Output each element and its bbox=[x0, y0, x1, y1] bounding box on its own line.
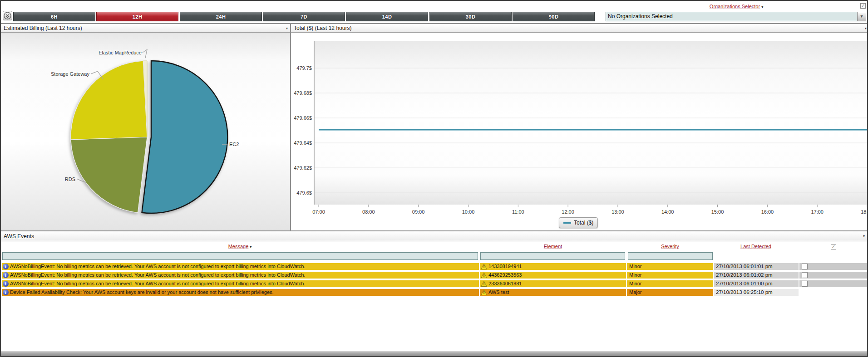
event-message: AWSNoBillingEvent: No billing metrics ca… bbox=[10, 264, 306, 269]
info-icon bbox=[3, 289, 9, 295]
select-all-checkbox-icon[interactable] bbox=[831, 244, 836, 249]
svg-text:18:00: 18:00 bbox=[861, 209, 868, 215]
billing-panel-header: Estimated Billing (Last 12 hours) ▾ bbox=[1, 24, 290, 33]
total-panel-header: Total ($) (Last 12 hours) ▾ bbox=[291, 24, 868, 33]
svg-text:10:00: 10:00 bbox=[462, 209, 475, 215]
caret-down-icon: ▾ bbox=[761, 5, 763, 9]
svg-text:11:00: 11:00 bbox=[512, 209, 524, 215]
event-message: AWSNoBillingEvent: No billing metrics ca… bbox=[10, 281, 306, 286]
event-select-checkbox[interactable] bbox=[802, 264, 808, 269]
sort-caret-icon: ▾ bbox=[250, 245, 252, 249]
events-panel-title: AWS Events bbox=[4, 233, 34, 240]
organizations-dropdown[interactable]: No Organizations Selected ▼ bbox=[606, 12, 866, 21]
time-range-7d[interactable]: 7D bbox=[263, 12, 345, 21]
time-range-90d[interactable]: 90D bbox=[513, 12, 595, 21]
column-header-severity: Severity bbox=[627, 244, 713, 250]
svg-text:479.7$: 479.7$ bbox=[296, 65, 312, 71]
billing-panel-menu-icon[interactable]: ▾ bbox=[286, 24, 288, 33]
svg-text:13:00: 13:00 bbox=[612, 209, 624, 215]
severity-filter-input[interactable] bbox=[628, 252, 713, 260]
svg-text:15:00: 15:00 bbox=[711, 209, 724, 215]
event-select-checkbox[interactable] bbox=[802, 272, 808, 278]
pie-label-elastic-mapreduce: Elastic MapReduce bbox=[99, 50, 142, 55]
plot-background bbox=[314, 41, 868, 205]
time-range-12h[interactable]: 12H bbox=[96, 12, 178, 21]
y-axis-labels: 479.7$ 479.68$ 479.66$ 479.64$ 479.62$ 4… bbox=[294, 65, 312, 196]
svg-text:479.62$: 479.62$ bbox=[294, 165, 312, 171]
emr-label-connector bbox=[143, 49, 147, 58]
svg-text:479.68$: 479.68$ bbox=[294, 90, 312, 96]
pie-slice-rds[interactable] bbox=[71, 137, 147, 213]
warning-icon bbox=[481, 281, 487, 287]
event-element[interactable]: 143308194941 bbox=[488, 264, 522, 269]
line-chart-svg: 479.7$ 479.68$ 479.66$ 479.64$ 479.62$ 4… bbox=[291, 33, 868, 230]
event-row[interactable]: AWSNoBillingEvent: No billing metrics ca… bbox=[1, 272, 867, 279]
event-select-checkbox[interactable] bbox=[802, 281, 808, 287]
events-panel-header: AWS Events ▾ bbox=[1, 231, 867, 241]
total-panel-menu-icon[interactable]: ▾ bbox=[865, 24, 867, 33]
event-element[interactable]: 443629253563 bbox=[488, 272, 522, 278]
time-range-14d[interactable]: 14D bbox=[346, 12, 428, 21]
event-severity: Minor bbox=[627, 263, 713, 270]
event-message: AWSNoBillingEvent: No billing metrics ca… bbox=[10, 272, 306, 278]
organizations-dropdown-value: No Organizations Selected bbox=[608, 12, 673, 21]
event-element[interactable]: 233364061881 bbox=[488, 281, 522, 286]
x-axis-labels: 07:00 08:00 09:00 10:00 11:00 12:00 13:0… bbox=[312, 209, 868, 215]
double-chevron-down-icon bbox=[3, 11, 12, 20]
sort-by-severity-link[interactable]: Severity bbox=[661, 244, 679, 249]
dropdown-arrow-icon[interactable]: ▼ bbox=[857, 12, 866, 21]
svg-text:14:00: 14:00 bbox=[661, 209, 674, 215]
event-last-detected: 27/10/2013 06:01:01 pm bbox=[714, 263, 799, 270]
event-severity: Minor bbox=[627, 280, 713, 287]
svg-text:07:00: 07:00 bbox=[312, 209, 325, 215]
pie-label-rds: RDS bbox=[65, 176, 75, 182]
svg-text:08:00: 08:00 bbox=[362, 209, 375, 215]
svg-text:12:00: 12:00 bbox=[562, 209, 574, 215]
svg-text:16:00: 16:00 bbox=[761, 209, 774, 215]
pie-label-storage-gateway: Storage Gateway bbox=[51, 71, 89, 77]
event-severity: Major bbox=[627, 289, 713, 296]
warning-icon bbox=[481, 264, 487, 269]
event-message: Device Failed Availability Check: Your A… bbox=[10, 289, 274, 295]
x-axis-ticks bbox=[319, 205, 867, 207]
pie-chart-svg: Elastic MapReduce Storage Gateway RDS EC… bbox=[1, 33, 290, 230]
svg-text:479.6$: 479.6$ bbox=[296, 190, 312, 196]
bottom-edge-strip bbox=[1, 352, 867, 356]
time-range-24h[interactable]: 24H bbox=[180, 12, 262, 21]
info-icon bbox=[3, 264, 9, 269]
event-element[interactable]: AWS test bbox=[488, 289, 509, 295]
info-icon bbox=[3, 272, 9, 278]
element-filter-input[interactable] bbox=[480, 252, 625, 260]
billing-panel-title: Estimated Billing (Last 12 hours) bbox=[4, 25, 82, 31]
sort-by-last-detected-link[interactable]: Last Detected bbox=[740, 244, 771, 249]
svg-text:479.66$: 479.66$ bbox=[294, 115, 312, 121]
event-row[interactable]: Device Failed Availability Check: Your A… bbox=[1, 289, 867, 296]
svg-text:09:00: 09:00 bbox=[412, 209, 425, 215]
legend-label: Total ($) bbox=[574, 220, 593, 226]
event-last-detected: 27/10/2013 06:25:10 pm bbox=[714, 289, 799, 296]
organizations-selector-link[interactable]: Organizations Selector bbox=[710, 4, 760, 9]
svg-text:479.64$: 479.64$ bbox=[294, 140, 312, 146]
edit-dashboard-icon[interactable] bbox=[860, 3, 866, 9]
sort-by-element-link[interactable]: Element bbox=[544, 244, 562, 249]
column-header-message: Message▾ bbox=[1, 244, 479, 250]
total-panel-title: Total ($) (Last 12 hours) bbox=[294, 25, 351, 31]
events-panel-menu-icon[interactable]: ▾ bbox=[863, 231, 865, 241]
column-header-last-detected: Last Detected bbox=[713, 244, 799, 250]
event-last-detected: 27/10/2013 06:01:00 pm bbox=[714, 280, 799, 287]
event-row[interactable]: AWSNoBillingEvent: No billing metrics ca… bbox=[1, 280, 867, 287]
billing-pie-chart[interactable]: Elastic MapReduce Storage Gateway RDS EC… bbox=[1, 33, 290, 230]
column-header-element: Element bbox=[480, 244, 626, 250]
pie-slice-ec2[interactable] bbox=[142, 61, 228, 213]
event-severity: Minor bbox=[627, 272, 713, 279]
total-line-chart[interactable]: 479.7$ 479.68$ 479.66$ 479.64$ 479.62$ 4… bbox=[291, 33, 868, 230]
event-row[interactable]: AWSNoBillingEvent: No billing metrics ca… bbox=[1, 263, 867, 270]
message-filter-input[interactable] bbox=[2, 252, 478, 260]
chart-legend[interactable]: Total ($) bbox=[559, 217, 598, 228]
time-range-30d[interactable]: 30D bbox=[429, 12, 512, 21]
sort-by-message-link[interactable]: Message bbox=[228, 244, 249, 249]
info-icon bbox=[3, 281, 9, 287]
time-range-6h[interactable]: 6H bbox=[13, 12, 95, 21]
organizations-selector: Organizations Selector▾ bbox=[646, 4, 827, 9]
collapse-toolbar-button[interactable] bbox=[3, 11, 12, 20]
